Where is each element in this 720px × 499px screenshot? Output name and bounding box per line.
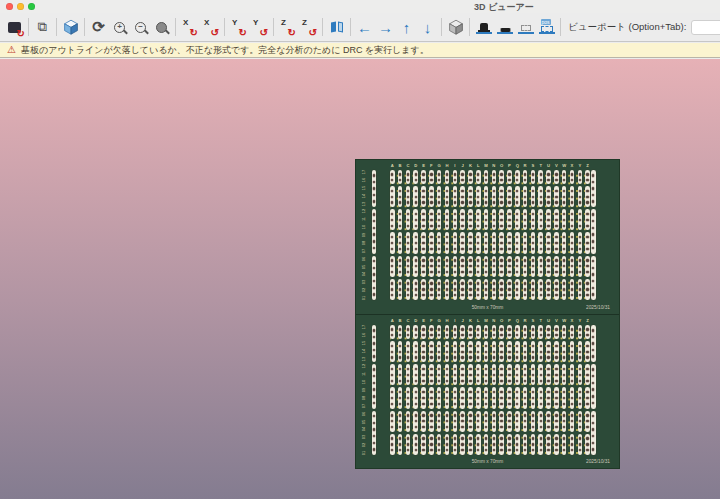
pad-hole <box>485 294 487 296</box>
rotate-x-cw-button[interactable]: X ↻ <box>179 16 200 39</box>
ortho-projection-button[interactable] <box>445 16 466 39</box>
pad-column <box>585 325 590 455</box>
pad-hole <box>563 219 565 221</box>
pad-hole <box>399 248 401 250</box>
pad-hole <box>391 368 393 370</box>
move-left-button[interactable]: ← <box>354 16 375 39</box>
pad-strip <box>585 256 590 277</box>
pad-hole <box>477 420 479 422</box>
pad-hole <box>485 437 487 439</box>
row-number: 08 <box>362 396 366 400</box>
zoom-out-button[interactable]: − <box>130 16 151 39</box>
pad-hole <box>430 351 432 353</box>
zoom-in-button[interactable]: + <box>109 16 130 39</box>
3d-viewport-canvas[interactable]: ABCDEFGHIJKLMNOPQRSTUVWXYZ17161514131211… <box>0 59 720 499</box>
pad-hole <box>373 415 375 417</box>
pad-hole <box>485 190 487 192</box>
pad-hole <box>508 294 510 296</box>
pad-hole <box>391 173 393 175</box>
pad-hole <box>493 179 495 181</box>
pad-hole <box>430 271 432 273</box>
pad-strip <box>453 411 458 432</box>
pad-hole <box>532 345 534 347</box>
row-number: 17 <box>362 325 366 329</box>
flip-board-button[interactable] <box>326 16 347 39</box>
column-letter: K <box>468 318 473 324</box>
pad-hole <box>516 351 518 353</box>
close-window-button[interactable] <box>6 3 13 10</box>
pad-strip <box>484 209 489 230</box>
zoom-window-button[interactable] <box>28 3 35 10</box>
reload-board-button[interactable]: ↻ <box>4 16 25 39</box>
copy-image-button[interactable]: ⧉ <box>32 16 53 39</box>
redraw-button[interactable]: ⟳ <box>88 16 109 39</box>
pad-strip <box>515 209 520 230</box>
show-th-footprints-button[interactable] <box>473 16 494 39</box>
pad-column <box>507 170 512 300</box>
toolbar-separator <box>224 18 225 36</box>
rotate-y-ccw-button[interactable]: Y ↺ <box>249 16 270 39</box>
pad-hole <box>547 449 549 451</box>
column-letter: M <box>484 318 489 324</box>
viewport-select[interactable] <box>691 20 720 35</box>
pad-strip <box>546 364 551 385</box>
pad-hole <box>524 265 526 267</box>
rotate-x-ccw-button[interactable]: X ↺ <box>200 16 221 39</box>
minimize-window-button[interactable] <box>17 3 24 10</box>
show-virtual-footprints-button[interactable] <box>515 16 536 39</box>
show-not-in-posfile-button[interactable]: pos <box>536 16 557 39</box>
pad-hole <box>540 334 542 336</box>
pad-hole <box>399 380 401 382</box>
pad-column <box>507 325 512 455</box>
move-right-button[interactable]: → <box>375 16 396 39</box>
pad-hole <box>586 420 588 422</box>
raytracing-render-button[interactable] <box>60 16 81 39</box>
row-number: 02 <box>362 288 366 292</box>
pad-strip <box>554 170 559 184</box>
pad-strip <box>515 387 520 408</box>
pad-hole <box>563 403 565 405</box>
pad-hole <box>571 397 573 399</box>
pad-hole <box>415 356 417 358</box>
move-down-button[interactable]: ↓ <box>417 16 438 39</box>
pad-strip <box>460 411 465 432</box>
pad-strip <box>499 232 504 253</box>
pad-column <box>531 170 536 300</box>
pad-hole <box>430 265 432 267</box>
show-smd-footprints-button[interactable] <box>494 16 515 39</box>
column-letter: U <box>546 318 551 324</box>
pad-hole <box>373 213 375 215</box>
move-up-button[interactable]: ↑ <box>396 16 417 39</box>
pad-hole <box>571 351 573 353</box>
toolbar: ↻ ⧉ ⟳ + − X ↻ X ↺ Y ↻ Y ↺ <box>0 13 720 42</box>
pad-hole <box>516 368 518 370</box>
pad-hole <box>469 173 471 175</box>
zoom-fit-button[interactable] <box>151 16 172 39</box>
rotate-z-ccw-button[interactable]: Z ↺ <box>298 16 319 39</box>
pad-hole <box>516 443 518 445</box>
rotate-y-cw-button[interactable]: Y ↻ <box>228 16 249 39</box>
pad-hole <box>579 426 581 428</box>
pad-hole <box>461 397 463 399</box>
pad-hole <box>422 288 424 290</box>
pad-strip <box>546 232 551 253</box>
pad-hole <box>532 282 534 284</box>
pad-hole <box>477 201 479 203</box>
pad-strip <box>507 279 512 300</box>
pad-hole <box>532 403 534 405</box>
pad-column <box>546 325 551 455</box>
pad-hole <box>399 196 401 198</box>
pad-hole <box>563 271 565 273</box>
pad-strip <box>429 209 434 230</box>
pad-strip <box>484 256 489 277</box>
pad-hole <box>516 213 518 215</box>
pad-hole <box>391 282 393 284</box>
rotate-arrow-icon: ↻ <box>239 28 247 38</box>
pad-hole <box>446 294 448 296</box>
pad-hole <box>516 356 518 358</box>
rotate-z-cw-button[interactable]: Z ↻ <box>277 16 298 39</box>
pad-hole <box>500 437 502 439</box>
pad-strip <box>453 325 458 339</box>
pad-hole <box>415 328 417 330</box>
pad-hole <box>592 349 594 351</box>
